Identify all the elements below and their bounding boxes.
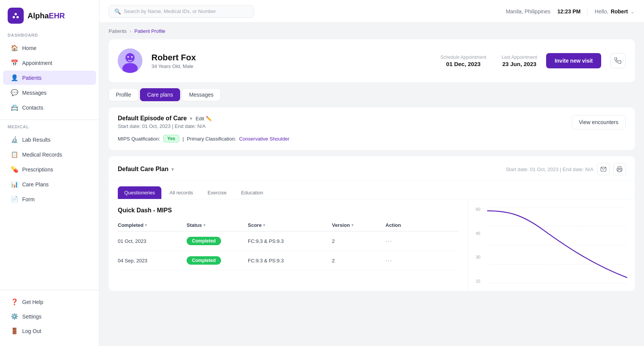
y-label-45: 45 [476,231,484,236]
sidebar-item-prescriptions[interactable]: 💊 Prescriptions [3,162,96,176]
sidebar-item-log-out[interactable]: 🚪 Log Out [3,324,96,338]
sidebar-item-medical-records[interactable]: 📋 Medical Records [3,147,96,162]
episode-card: Default Episode of Care ▾ Edit ✏️ Start … [109,107,635,150]
sidebar-item-form[interactable]: 📄 Form [3,192,96,206]
care-plan-card: Default Care Plan ▾ Start date: 01 Oct, … [109,156,635,291]
sidebar-item-label: Patients [22,75,42,81]
row1-action: ··· [385,237,416,245]
row1-score: FC:9.3 & PS:9.3 [248,238,332,244]
call-button[interactable] [610,53,626,68]
row2-score: FC:9.3 & PS:9.3 [248,258,332,264]
row2-action: ··· [385,257,416,265]
tab-care-plans[interactable]: Care plans [140,88,181,101]
search-placeholder: Search by Name, Medical IDs, or Number [124,8,216,14]
status-badge: Completed [187,256,221,265]
th-status[interactable]: Status ▾ [187,222,248,228]
sidebar-item-label: Lab Results [22,137,50,143]
sidebar-item-patients[interactable]: 👤 Patients [3,71,96,85]
sidebar-item-home[interactable]: 🏠 Home [3,41,96,55]
avatar [118,49,142,73]
primary-classification-value[interactable]: Conservative Shoulder [239,136,289,142]
th-action: Action [385,222,416,228]
sidebar-item-lab-results[interactable]: 🔬 Lab Results [3,133,96,147]
time: 12:23 PM [557,8,581,15]
chart-svg [487,207,627,283]
sidebar-item-messages[interactable]: 💬 Messages [3,86,96,100]
content: Patients › Patient Profile Robert Fox 34 [99,23,644,346]
location: Manila, Philippines [506,8,551,15]
svg-rect-9 [618,170,621,171]
th-completed[interactable]: Completed ▾ [118,222,187,228]
care-plan-body: Quick Dash - MIPS Completed ▾ Status ▾ S… [109,199,635,291]
logo-text: AlphaEHR [28,11,65,20]
tab-questioneries[interactable]: Questioneries [118,186,161,199]
sidebar-item-label: Settings [22,314,42,320]
y-label-15: 15 [476,279,484,283]
breadcrumb-parent[interactable]: Patients [109,28,127,34]
tab-profile[interactable]: Profile [109,88,138,101]
sidebar-item-contacts[interactable]: 📇 Contacts [3,100,96,115]
sidebar-item-get-help[interactable]: ❓ Get Help [3,295,96,309]
care-plans-icon: 📊 [11,181,18,188]
messages-icon: 💬 [11,89,18,96]
invite-new-visit-button[interactable]: Invite new visit [546,53,601,68]
row1-action-menu[interactable]: ··· [385,237,392,245]
sidebar-item-label: Home [22,45,36,51]
prescriptions-icon: 💊 [11,166,18,173]
print-button[interactable] [613,163,626,175]
th-version[interactable]: Version ▾ [332,222,385,228]
tab-exercise[interactable]: Exercise [201,186,233,199]
row2-action-menu[interactable]: ··· [385,257,392,265]
row2-version: 2 [332,258,385,264]
episode-title: Default Episode of Care [118,115,187,122]
care-plan-dates: Start date: 01 Oct, 2023 | End date: N/A [506,167,594,172]
search-box[interactable]: 🔍 Search by Name, Medical IDs, or Number [109,5,254,18]
sidebar: AlphaEHR DASHBOARD 🏠 Home 📅 Appointment … [0,0,99,346]
svg-point-7 [131,56,133,58]
breadcrumb-separator: › [130,28,131,34]
tab-all-records[interactable]: All records [163,186,199,199]
row2-completed: 04 Sep, 2023 [118,258,187,264]
patients-icon: 👤 [11,74,18,81]
episode-dropdown-icon[interactable]: ▾ [190,115,192,121]
y-label-60: 60 [476,207,484,212]
form-icon: 📄 [11,196,18,203]
topbar-divider [587,8,588,15]
appointment-info: Schedule Appointment 01 Dec, 2023 Last A… [441,55,537,67]
username: Robert [611,8,628,15]
medical-section-label: MEDICAL [0,124,99,132]
sidebar-item-appointment[interactable]: 📅 Appointment [3,56,96,70]
sidebar-item-care-plans[interactable]: 📊 Care Plans [3,177,96,191]
care-plan-title: Default Care Plan [118,166,168,173]
table-section: Quick Dash - MIPS Completed ▾ Status ▾ S… [109,199,468,291]
sidebar-item-label: Medical Records [22,152,62,158]
svg-point-6 [127,56,129,58]
sidebar-item-label: Log Out [22,328,41,334]
patient-card: Robert Fox 34 Years Old, Male Schedule A… [109,39,635,82]
patient-name: Robert Fox [151,53,431,63]
search-icon: 🔍 [114,8,121,15]
view-encounters-button[interactable]: View encounters [572,115,626,129]
chevron-down-icon[interactable]: ⌄ [630,8,635,15]
tab-education[interactable]: Education [235,186,270,199]
tab-messages[interactable]: Messages [182,88,221,101]
care-plan-title-row: Default Care Plan ▾ [118,166,174,173]
email-button[interactable] [597,163,610,175]
episode-title-row: Default Episode of Care ▾ Edit ✏️ [118,115,212,122]
quick-dash-title: Quick Dash - MIPS [118,207,459,214]
last-appointment: Last Appointment 23 Jun, 2023 [502,55,537,67]
care-plan-dropdown-icon[interactable]: ▾ [171,166,174,172]
status-badge: Completed [187,237,221,245]
sidebar-item-label: Get Help [22,299,43,305]
sidebar-item-label: Prescriptions [22,167,53,173]
sidebar-item-settings[interactable]: ⚙️ Settings [3,309,96,323]
edit-pencil-icon: ✏️ [206,116,212,121]
patient-info: Robert Fox 34 Years Old, Male [151,53,431,69]
greeting-text: Hello, [595,8,608,15]
settings-icon: ⚙️ [11,313,18,320]
svg-point-0 [15,13,17,15]
th-score[interactable]: Score ▾ [248,222,332,228]
episode-edit-button[interactable]: Edit ✏️ [195,116,211,121]
table-row: 04 Sep, 2023 Completed FC:9.3 & PS:9.3 2… [118,251,459,270]
care-plan-header: Default Care Plan ▾ Start date: 01 Oct, … [109,156,635,181]
